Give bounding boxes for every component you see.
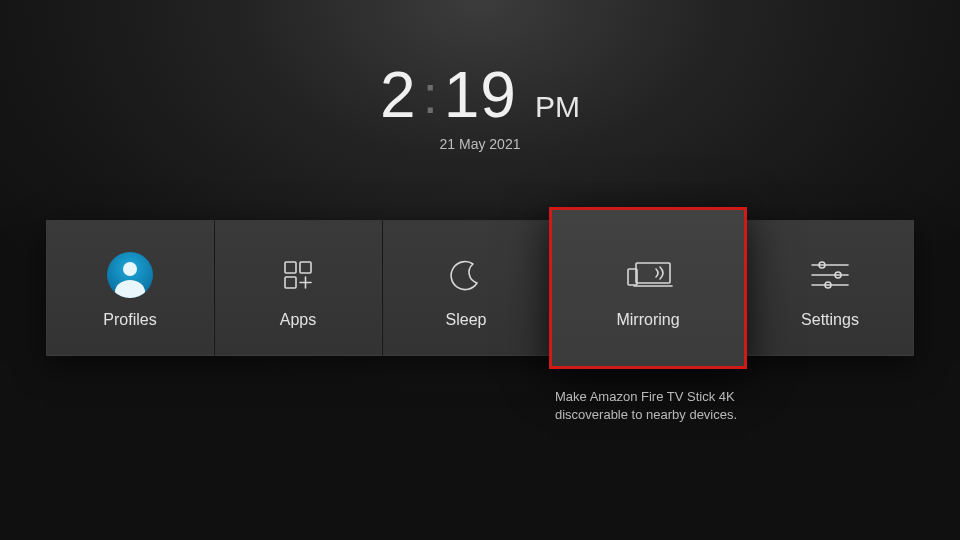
tile-sleep[interactable]: Sleep — [382, 220, 550, 356]
svg-rect-1 — [300, 262, 311, 273]
moon-icon — [446, 247, 486, 303]
svg-rect-2 — [285, 277, 296, 288]
sliders-icon — [808, 247, 852, 303]
tile-mirroring[interactable]: Mirroring Make Amazon Fire TV Stick 4K d… — [549, 207, 747, 369]
tile-row: Profiles Apps Sleep — [46, 220, 914, 356]
clock-time: 2 : 19 PM — [380, 58, 580, 132]
tile-profiles[interactable]: Profiles — [46, 220, 214, 356]
apps-icon — [277, 247, 319, 303]
clock-date: 21 May 2021 — [380, 136, 580, 152]
tile-label: Apps — [280, 311, 316, 329]
svg-rect-0 — [285, 262, 296, 273]
tile-hint: Make Amazon Fire TV Stick 4K discoverabl… — [555, 388, 741, 424]
tile-label: Profiles — [103, 311, 156, 329]
clock-block: 2 : 19 PM 21 May 2021 — [380, 58, 580, 152]
mirroring-icon — [620, 247, 676, 303]
tile-label: Mirroring — [616, 311, 679, 329]
tile-settings[interactable]: Settings — [746, 220, 914, 356]
tile-apps[interactable]: Apps — [214, 220, 382, 356]
clock-ampm: PM — [535, 90, 580, 124]
clock-hours: 2 — [380, 58, 417, 132]
svg-rect-5 — [636, 263, 670, 283]
clock-minutes: 19 — [444, 58, 517, 132]
quick-settings-screen: 2 : 19 PM 21 May 2021 Profiles — [0, 0, 960, 540]
profile-icon — [107, 247, 153, 303]
tile-label: Settings — [801, 311, 859, 329]
tile-label: Sleep — [446, 311, 487, 329]
clock-colon: : — [423, 63, 438, 125]
